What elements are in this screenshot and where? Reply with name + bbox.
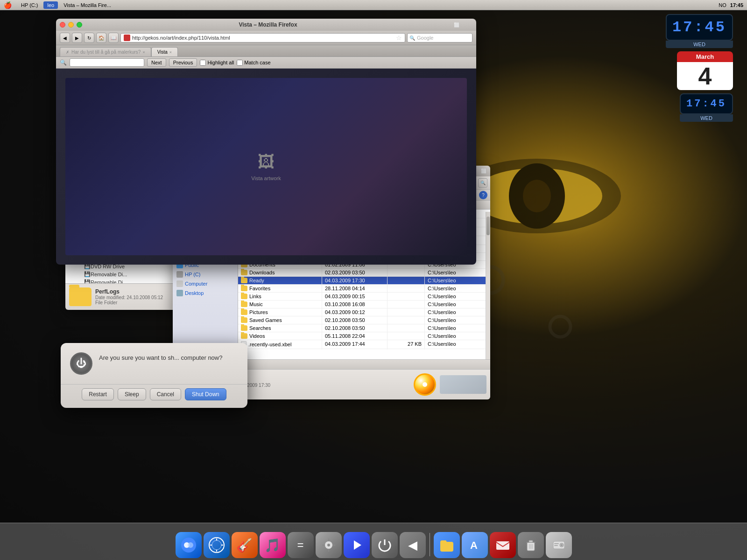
dock-trash-icon[interactable] [518,532,544,558]
file-date-cell: 04.03.2009 17:44 [322,340,388,349]
firefox-highlight-all-input[interactable] [200,60,206,66]
firefox-tab2[interactable]: Vista × [151,47,178,56]
dock-quicktime-icon[interactable] [344,532,370,558]
dock-garageband-icon[interactable]: 🎸 [232,532,258,558]
menubar-item-firefox[interactable]: Vista – Mozilla Fire... [60,1,115,9]
firefox-art-placeholder: 🖼 Vista artwork [251,152,281,181]
clock-display: 17:45 [666,14,733,41]
firefox-reload-button[interactable]: ↻ [84,33,94,43]
shutdown-dialog: ⏻ Are you sure you want to sh... compute… [61,343,247,408]
explorer2-help-icon[interactable]: ? [479,191,487,199]
firefox-forward-button[interactable]: ▶ [72,33,82,43]
firefox-bookmark-button[interactable]: 📖 [108,33,119,43]
firefox-find-prev-button[interactable]: Previous [169,58,197,67]
firefox-window-resize[interactable]: ⬜ [454,22,472,28]
file-path-cell: C:\Users\leo [425,308,490,316]
explorer2-sidebar-hp-(c)[interactable]: HP (C) [173,270,238,279]
firefox-tab1[interactable]: ✗ Har du lyst till å gå på malerkurs? × [60,47,151,56]
file-path-cell: C:\Users\leo [425,269,490,276]
firefox-match-case-checkbox[interactable]: Match case [237,60,270,66]
table-row[interactable]: Downloads 02.03.2009 03:50 C:\Users\leo [238,269,490,277]
menubar-item-hp[interactable]: HP (C:) [17,1,42,9]
firefox-search-bar[interactable]: 🔍 Google [407,33,472,42]
file-path-cell: C:\Users\leo [425,301,490,308]
shutdown-restart-button[interactable]: Restart [82,388,114,400]
explorer2-sidebar-computer[interactable]: Computer [173,279,238,288]
dock-calculator-icon[interactable]: = [288,532,314,558]
file-name-cell: Ready [238,277,322,284]
file-name-cell: Music [238,301,322,308]
explorer2-sidebar-desktop[interactable]: Desktop [173,288,238,298]
shutdown-cancel-button[interactable]: Cancel [150,388,181,400]
file-size-cell [388,269,425,276]
dock-finder-icon[interactable] [176,532,202,558]
file-path-cell: C:\Users\leo [425,324,490,332]
folder-icon [241,333,247,339]
firefox-home-button[interactable]: 🏠 [96,33,106,43]
firefox-find-next-button[interactable]: Next [147,58,166,67]
garageband-symbol: 🎸 [236,538,253,553]
firefox-tab2-close[interactable]: × [169,50,172,55]
dock-arrow-icon[interactable]: ◀ [400,532,426,558]
clock-widget: 17:45 WED [666,14,733,48]
firefox-match-case-input[interactable] [237,60,243,66]
table-row[interactable]: Pictures 04.03.2009 00:12 C:\Users\leo [238,308,490,316]
firefox-maximize-button[interactable] [77,22,82,28]
svg-rect-40 [554,545,558,546]
explorer2-resize[interactable]: ⬜ [481,168,486,174]
file-date-cell: 02.03.2009 03:50 [322,269,388,276]
table-row[interactable]: Links 04.03.2009 00:15 C:\Users\leo [238,293,490,301]
sidebar-item-label: HP (C) [185,272,200,277]
firefox-highlight-all-checkbox[interactable]: Highlight all [200,60,234,66]
calculator-symbol: = [297,539,303,552]
burn-disc-icon [414,373,436,396]
table-row[interactable]: Music 03.10.2008 16:08 C:\Users\leo [238,301,490,308]
firefox-titlebar: Vista – Mozilla Firefox ⬜ [56,19,476,31]
file-name: Favorites [249,286,270,291]
file-size-cell: 2 304 KB [388,349,425,350]
table-row[interactable]: Favorites 28.11.2008 04:14 C:\Users\leo [238,285,490,293]
table-row[interactable]: Searches 02.10.2008 03:50 C:\Users\leo [238,324,490,332]
dock-folder-icon[interactable] [434,532,460,558]
dock-safari-icon[interactable] [204,532,230,558]
table-row[interactable]: .recently-used.xbel 04.03.2009 17:44 27 … [238,340,490,349]
firefox-content: 🖼 Vista artwork [56,69,476,265]
firefox-find-input[interactable] [70,58,144,67]
file-name: Music [249,301,263,307]
explorer2-scrollbar[interactable] [486,212,490,359]
dock-power-icon[interactable] [372,532,398,558]
firefox-minimize-button[interactable] [68,22,74,28]
table-row[interactable]: Saved Games 02.10.2008 03:50 C:\Users\le… [238,316,490,324]
firefox-tab1-close[interactable]: × [142,50,145,55]
file-size-cell [388,308,425,316]
file-name-cell: Saved Games [238,316,322,324]
dock-hd-icon[interactable] [546,532,572,558]
file-date-cell: 05.11.2008 22:04 [322,332,388,340]
explorer2-scrollbar-thumb[interactable] [486,217,490,235]
svg-rect-32 [529,540,533,542]
explorer1-info-date: Date modified: 24.10.2008 05:12 [95,295,163,300]
dock-sysprefs-icon[interactable] [316,532,342,558]
sysprefs-svg [320,537,337,553]
dock-appstore-icon[interactable]: A [462,532,488,558]
shutdown-dialog-body: ⏻ Are you sure you want to sh... compute… [61,343,247,384]
dock-itunes-icon[interactable]: 🎵 [260,532,286,558]
table-row[interactable]: Videos 05.11.2008 22:04 C:\Users\leo [238,332,490,340]
calendar-widget: March 4 [677,51,733,90]
dock-mail-icon[interactable] [490,532,516,558]
folder-icon [241,309,247,315]
trash-svg [522,537,539,553]
menubar-items: HP (C:) leo Vista – Mozilla Fire... [17,1,115,9]
explorer2-help-button[interactable]: ? [479,191,487,199]
apple-menu[interactable]: 🍎 [4,1,12,9]
firefox-address-bar[interactable]: http://gekos.no/art/index.php/110/vista.… [120,33,405,42]
table-row[interactable]: Ready 04.03.2009 17:30 C:\Users\leo [238,277,490,285]
firefox-back-button[interactable]: ◀ [60,33,70,43]
firefox-close-button[interactable] [60,22,65,28]
table-row[interactable]: ntuser.dat 04.03.2009 17:45 2 304 KB C:\… [238,349,490,350]
firefox-star-icon[interactable]: ☆ [396,34,402,42]
explorer2-search-icon[interactable]: 🔍 [478,178,487,188]
menubar-item-leo[interactable]: leo [43,1,58,9]
shutdown-button[interactable]: Shut Down [185,388,226,400]
shutdown-sleep-button[interactable]: Sleep [118,388,146,400]
